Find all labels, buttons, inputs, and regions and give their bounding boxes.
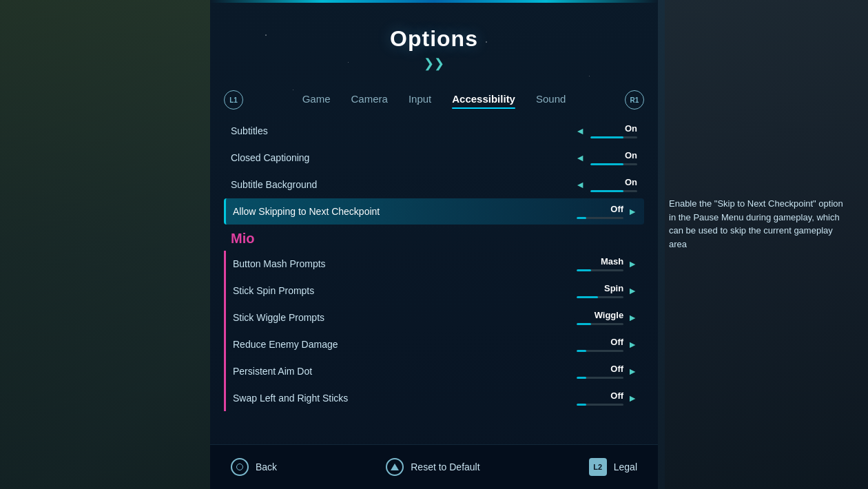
stick-spin-control: Spin ►	[575, 283, 637, 298]
reduce-enemy-damage-arrow-right[interactable]: ►	[628, 339, 637, 350]
stick-spin-arrow-right[interactable]: ►	[628, 285, 637, 296]
persistent-aim-dot-fill	[577, 377, 586, 379]
subtitles-value-container: On	[589, 123, 637, 138]
reduce-enemy-damage-fill	[577, 350, 586, 352]
swap-sticks-fill	[577, 404, 586, 406]
allow-skipping-fill	[577, 217, 586, 219]
stick-spin-value: Spin	[604, 283, 623, 294]
tab-sound[interactable]: Sound	[536, 93, 566, 107]
reduce-enemy-damage-label: Reduce Enemy Damage	[233, 339, 575, 350]
button-mash-fill	[577, 269, 590, 271]
legal-action[interactable]: L2 Legal	[589, 458, 637, 476]
subtitles-value: On	[625, 123, 637, 134]
button-mash-bar	[577, 269, 623, 271]
setting-button-mash[interactable]: Button Mash Prompts Mash ►	[226, 251, 644, 277]
page-title: Options	[390, 26, 478, 52]
closed-captioning-value: On	[625, 150, 637, 161]
subtitles-fill	[590, 136, 623, 138]
swap-sticks-bar	[577, 404, 623, 406]
nav-right-button[interactable]: R1	[625, 90, 644, 110]
nav-left-button[interactable]: L1	[224, 90, 243, 110]
allow-skipping-label: Allow Skipping to Next Checkpoint	[233, 206, 575, 217]
setting-subtitles[interactable]: Subtitles ◄ On	[224, 118, 644, 144]
button-mash-arrow-right[interactable]: ►	[628, 258, 637, 269]
tab-navigation: L1 Game Camera Input Accessibility Sound…	[210, 90, 658, 110]
button-mash-control: Mash ►	[575, 256, 637, 271]
mio-settings-group: Button Mash Prompts Mash ► Stick Spin Pr…	[224, 251, 644, 411]
allow-skipping-value-container: Off	[575, 204, 623, 219]
stick-wiggle-control: Wiggle ►	[575, 310, 637, 325]
tabs-container: Game Camera Input Accessibility Sound	[243, 93, 625, 107]
allow-skipping-arrow-right[interactable]: ►	[628, 206, 637, 217]
subtitle-background-value-container: On	[589, 177, 637, 192]
allow-skipping-bar	[577, 217, 623, 219]
setting-subtitle-background[interactable]: Subtitle Background ◄ On	[224, 171, 644, 198]
allow-skipping-value: Off	[610, 204, 623, 215]
tab-accessibility[interactable]: Accessibility	[452, 93, 515, 107]
l2-button-icon[interactable]: L2	[589, 458, 607, 476]
closed-captioning-fill	[590, 163, 623, 165]
reduce-enemy-damage-value: Off	[610, 337, 623, 348]
subtitles-control: ◄ On	[575, 123, 637, 138]
reset-action[interactable]: Reset to Default	[386, 458, 479, 476]
subtitle-background-arrow-left[interactable]: ◄	[575, 179, 585, 190]
persistent-aim-dot-bar	[577, 377, 623, 379]
setting-persistent-aim-dot[interactable]: Persistent Aim Dot Off ►	[226, 358, 644, 384]
stick-spin-label: Stick Spin Prompts	[233, 285, 575, 296]
reset-button-icon[interactable]	[386, 458, 404, 476]
subtitle-background-control: ◄ On	[575, 177, 637, 192]
back-label: Back	[256, 461, 277, 472]
button-mash-value: Mash	[601, 256, 623, 267]
stick-wiggle-fill	[577, 323, 590, 325]
setting-closed-captioning[interactable]: Closed Captioning ◄ On	[224, 145, 644, 171]
subtitle-background-bar	[590, 190, 637, 192]
help-panel: Enable the "Skip to Next Checkpoint" opt…	[658, 186, 861, 262]
persistent-aim-dot-label: Persistent Aim Dot	[233, 366, 575, 377]
stick-spin-value-container: Spin	[575, 283, 623, 298]
button-mash-label: Button Mash Prompts	[233, 258, 575, 269]
triangle-icon	[391, 464, 399, 470]
stick-spin-fill	[577, 296, 598, 298]
stick-wiggle-label: Stick Wiggle Prompts	[233, 312, 575, 323]
swap-sticks-arrow-right[interactable]: ►	[628, 393, 637, 404]
persistent-aim-dot-value: Off	[610, 364, 623, 375]
reset-label: Reset to Default	[411, 461, 479, 472]
stick-wiggle-bar	[577, 323, 623, 325]
swap-sticks-value-container: Off	[575, 391, 623, 406]
persistent-aim-dot-arrow-right[interactable]: ►	[628, 366, 637, 377]
button-mash-value-container: Mash	[575, 256, 623, 271]
swap-sticks-value: Off	[610, 391, 623, 402]
main-panel: Options ❯❯ L1 Game Camera Input Accessib…	[210, 0, 658, 489]
persistent-aim-dot-control: Off ►	[575, 364, 637, 379]
closed-captioning-bar	[590, 163, 637, 165]
mio-section-header: Mio	[224, 225, 644, 249]
closed-captioning-arrow-left[interactable]: ◄	[575, 152, 585, 163]
setting-allow-skipping[interactable]: Allow Skipping to Next Checkpoint Off ►	[224, 198, 644, 225]
stick-wiggle-value-container: Wiggle	[575, 310, 623, 325]
subtitle-background-fill	[590, 190, 623, 192]
bottom-bar: Back Reset to Default L2 Legal	[210, 444, 658, 489]
setting-reduce-enemy-damage[interactable]: Reduce Enemy Damage Off ►	[226, 331, 644, 357]
setting-stick-wiggle[interactable]: Stick Wiggle Prompts Wiggle ►	[226, 304, 644, 331]
stick-wiggle-arrow-right[interactable]: ►	[628, 312, 637, 323]
setting-stick-spin[interactable]: Stick Spin Prompts Spin ►	[226, 278, 644, 304]
reduce-enemy-damage-control: Off ►	[575, 337, 637, 352]
back-action[interactable]: Back	[231, 458, 277, 476]
back-button-icon[interactable]	[231, 458, 249, 476]
tab-camera[interactable]: Camera	[351, 93, 388, 107]
subtitles-arrow-left[interactable]: ◄	[575, 125, 585, 136]
stick-spin-bar	[577, 296, 623, 298]
tab-input[interactable]: Input	[409, 93, 431, 107]
tab-game[interactable]: Game	[302, 93, 331, 107]
allow-skipping-control: Off ►	[575, 204, 637, 219]
legal-label: Legal	[614, 461, 637, 472]
persistent-aim-dot-value-container: Off	[575, 364, 623, 379]
reduce-enemy-damage-value-container: Off	[575, 337, 623, 352]
settings-content: Subtitles ◄ On Closed Captioning ◄	[210, 110, 658, 489]
stick-wiggle-value: Wiggle	[595, 310, 624, 321]
closed-captioning-control: ◄ On	[575, 150, 637, 165]
setting-swap-sticks[interactable]: Swap Left and Right Sticks Off ►	[226, 385, 644, 411]
closed-captioning-label: Closed Captioning	[231, 152, 575, 163]
subtitle-background-value: On	[625, 177, 637, 188]
swap-sticks-label: Swap Left and Right Sticks	[233, 393, 575, 404]
